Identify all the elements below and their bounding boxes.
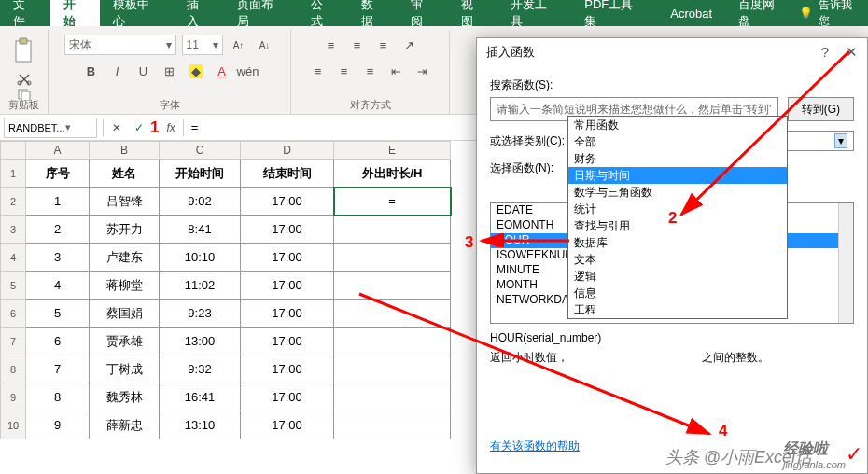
category-option[interactable]: 查找与引用 <box>568 217 787 234</box>
scrollbar[interactable] <box>838 203 853 323</box>
align-top-icon[interactable]: ≡ <box>321 35 342 55</box>
menu-home[interactable]: 开始 <box>50 0 101 26</box>
category-option[interactable]: 全部 <box>568 133 787 150</box>
cell[interactable]: 4 <box>26 272 90 300</box>
cell[interactable]: 17:00 <box>241 328 334 356</box>
cell[interactable]: 13:00 <box>160 328 241 356</box>
row-header[interactable]: 3 <box>0 216 26 244</box>
cell[interactable]: 17:00 <box>241 356 334 383</box>
help-icon[interactable]: ? <box>821 44 829 61</box>
fill-color-button[interactable]: ◆ <box>186 61 206 81</box>
cell[interactable]: 8:41 <box>160 216 241 244</box>
cell[interactable]: 10:10 <box>160 244 241 272</box>
cell[interactable]: 开始时间 <box>160 160 241 188</box>
close-icon[interactable]: ✕ <box>846 44 858 61</box>
cell[interactable]: 吕智锋 <box>90 188 160 216</box>
phonetic-button[interactable]: wén <box>238 61 259 81</box>
category-dropdown[interactable]: 常用函数全部财务日期与时间数学与三角函数统计查找与引用数据库文本逻辑信息工程 <box>567 116 788 319</box>
category-option[interactable]: 统计 <box>568 201 787 217</box>
cell[interactable]: 薛新忠 <box>90 411 160 439</box>
cell[interactable]: 苏开力 <box>90 216 160 244</box>
cell[interactable] <box>334 356 451 383</box>
col-header-C[interactable]: C <box>160 141 241 160</box>
align-bottom-icon[interactable]: ≡ <box>373 35 394 55</box>
cell[interactable]: 卢建东 <box>90 244 160 272</box>
cell[interactable]: 9:32 <box>160 356 241 383</box>
cell[interactable]: 17:00 <box>241 244 334 272</box>
menu-data[interactable]: 数据 <box>348 0 399 26</box>
cell[interactable]: 8 <box>26 383 90 411</box>
cell[interactable]: 蔡国娟 <box>90 300 160 328</box>
cell[interactable]: 贾承雄 <box>90 328 160 356</box>
cell[interactable] <box>334 328 451 356</box>
menu-file[interactable]: 文件 <box>0 0 50 26</box>
category-option[interactable]: 财务 <box>568 150 787 167</box>
font-name-select[interactable]: 宋体▾ <box>64 35 176 55</box>
menu-formulas[interactable]: 公式 <box>298 0 348 26</box>
tell-me[interactable]: 告诉我您 <box>819 0 862 29</box>
cell[interactable]: 3 <box>26 244 90 272</box>
category-option[interactable]: 常用函数 <box>568 117 787 133</box>
chevron-down-icon[interactable]: ▾ <box>834 133 847 148</box>
category-option[interactable]: 数据库 <box>568 234 787 251</box>
name-box[interactable]: RANDBET... ▾ <box>4 118 97 138</box>
row-header[interactable]: 2 <box>0 188 26 216</box>
decrease-indent-icon[interactable]: ⇤ <box>386 61 407 81</box>
cancel-formula-button[interactable]: ✕ <box>105 118 128 138</box>
cell[interactable]: 17:00 <box>241 300 334 328</box>
cell[interactable]: 9 <box>26 411 90 439</box>
underline-button[interactable]: U <box>133 61 154 81</box>
cell[interactable]: 5 <box>26 300 90 328</box>
category-option[interactable]: 工程 <box>568 301 787 318</box>
increase-font-icon[interactable]: A↑ <box>229 35 249 55</box>
font-size-select[interactable]: 11▾ <box>182 35 223 55</box>
cell[interactable]: = <box>334 188 451 216</box>
col-header-E[interactable]: E <box>334 141 451 160</box>
category-option[interactable]: 数学与三角函数 <box>568 184 787 201</box>
cell[interactable]: 17:00 <box>241 272 334 300</box>
orientation-icon[interactable]: ↗ <box>399 35 420 55</box>
cell[interactable]: 16:41 <box>160 383 241 411</box>
paste-button[interactable] <box>8 32 40 71</box>
menu-insert[interactable]: 插入 <box>174 0 224 26</box>
cell[interactable]: 9:23 <box>160 300 241 328</box>
align-right-icon[interactable]: ≡ <box>360 61 381 81</box>
menu-layout[interactable]: 页面布局 <box>224 0 298 26</box>
decrease-font-icon[interactable]: A↓ <box>255 35 275 55</box>
row-header[interactable]: 4 <box>0 244 26 272</box>
cell[interactable]: 丁树成 <box>90 356 160 383</box>
increase-indent-icon[interactable]: ⇥ <box>413 61 433 81</box>
cell[interactable]: 结束时间 <box>241 160 334 188</box>
cell[interactable] <box>334 383 451 411</box>
accept-formula-button[interactable]: ✓ <box>128 118 150 138</box>
cell[interactable] <box>334 244 451 272</box>
menu-review[interactable]: 审阅 <box>398 0 448 26</box>
col-header-A[interactable]: A <box>26 141 90 160</box>
cell[interactable]: 姓名 <box>90 160 160 188</box>
category-option[interactable]: 日期与时间 <box>568 167 787 184</box>
row-header[interactable]: 9 <box>0 383 26 411</box>
menu-pdf[interactable]: PDF工具集 <box>571 0 657 26</box>
cell[interactable] <box>334 300 451 328</box>
menu-baidu[interactable]: 百度网盘 <box>725 0 799 26</box>
function-help-link[interactable]: 有关该函数的帮助 <box>490 439 580 454</box>
cell[interactable]: 17:00 <box>241 411 334 439</box>
row-header[interactable]: 1 <box>0 160 26 188</box>
cell[interactable]: 17:00 <box>241 216 334 244</box>
category-option[interactable]: 信息 <box>568 285 787 301</box>
cell[interactable]: 9:02 <box>160 188 241 216</box>
row-header[interactable]: 10 <box>0 411 26 439</box>
cell[interactable]: 7 <box>26 356 90 383</box>
italic-button[interactable]: I <box>107 61 128 81</box>
row-header[interactable]: 8 <box>0 356 26 383</box>
menu-devtools[interactable]: 开发工具 <box>497 0 571 26</box>
cell[interactable]: 蒋柳堂 <box>90 272 160 300</box>
menu-acrobat[interactable]: Acrobat <box>657 0 725 26</box>
cell[interactable]: 17:00 <box>241 188 334 216</box>
go-button[interactable]: 转到(G) <box>788 97 854 121</box>
row-header[interactable]: 5 <box>0 272 26 300</box>
menu-templates[interactable]: 模板中心 <box>100 0 174 26</box>
cell[interactable]: 13:10 <box>160 411 241 439</box>
cell[interactable]: 1 <box>26 188 90 216</box>
cell[interactable]: 17:00 <box>241 383 334 411</box>
